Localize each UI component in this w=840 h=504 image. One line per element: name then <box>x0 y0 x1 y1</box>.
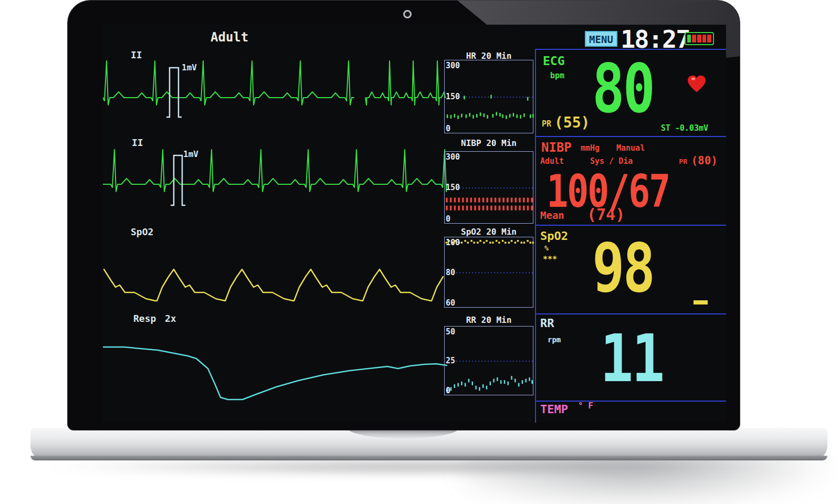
trend-mark <box>476 114 478 118</box>
panel-divider <box>535 225 726 226</box>
laptop-shadow <box>47 459 782 475</box>
ecg-top-lead-label: II <box>131 49 142 60</box>
trend-mark <box>492 242 494 244</box>
ecg-mid-lead-label: II <box>132 137 143 148</box>
trend-mark <box>508 242 510 244</box>
trend-mark <box>457 116 459 119</box>
trend-mark <box>523 113 525 117</box>
trend-mark <box>462 206 464 211</box>
battery-icon <box>685 32 714 45</box>
trend-mark <box>457 383 459 386</box>
trend-title-rr: RR 20 Min <box>423 315 554 325</box>
temp-panel-title: TEMP <box>540 403 568 416</box>
trend-axis-label: 60 <box>446 298 455 308</box>
ecg-pr-value: (55) <box>554 114 590 131</box>
trend-mark <box>493 379 495 382</box>
trend-mark <box>496 112 497 116</box>
trend-mark <box>464 96 465 99</box>
pleth-waveform <box>104 269 443 301</box>
trend-mark <box>527 198 529 203</box>
trend-mark <box>514 242 517 244</box>
trend-mark <box>483 242 485 244</box>
trend-mark <box>482 206 485 211</box>
trend-mark <box>478 198 480 203</box>
trend-mark <box>513 113 514 117</box>
trend-mark <box>507 206 509 211</box>
trend-mark <box>454 114 456 118</box>
trend-mark <box>450 206 452 211</box>
trend-mark <box>495 198 497 203</box>
trend-mark <box>530 114 531 118</box>
panel-divider <box>535 401 726 402</box>
trend-mark <box>461 382 463 385</box>
trend-mark <box>446 206 448 211</box>
trend-mark <box>450 115 452 119</box>
patient-mode-label: Adult <box>211 30 248 45</box>
ecg-pr-label: PR <box>542 119 551 129</box>
ecg-unit-label: bpm <box>550 71 564 80</box>
trend-mark <box>522 380 523 384</box>
trend-mark <box>502 198 505 203</box>
battery-bar <box>702 35 707 43</box>
trend-mark <box>529 377 530 381</box>
trend-mark <box>521 242 523 244</box>
resp-label: Resp <box>133 313 156 324</box>
spo2-value: 98 <box>592 235 654 302</box>
spo2-signal-indicator: *** <box>543 255 557 264</box>
trend-mark <box>474 198 476 203</box>
spo2-unit-label: % <box>544 244 549 252</box>
trend-mark <box>519 198 521 203</box>
trend-mark <box>486 198 488 203</box>
rr-unit-label: rpm <box>548 335 561 344</box>
trend-mark <box>458 198 460 203</box>
cal-pulse-top <box>166 68 182 117</box>
trend-mark <box>499 206 501 211</box>
trend-mark <box>530 242 532 244</box>
trend-axis-label: 50 <box>446 327 455 337</box>
trend-mark <box>531 198 533 203</box>
trend-mark <box>505 242 507 244</box>
trend-mark <box>478 206 480 211</box>
menu-button[interactable]: MENU <box>585 31 617 47</box>
trend-mark <box>468 379 470 382</box>
trend-mark <box>474 206 476 211</box>
trend-mark <box>464 240 466 242</box>
nibp-pr-value: (80) <box>691 154 718 167</box>
heart-icon <box>687 75 707 93</box>
trend-mark <box>496 240 498 242</box>
trend-mark <box>531 380 533 384</box>
trend-mark <box>511 198 513 203</box>
trend-mark <box>509 114 511 118</box>
trend-mark <box>475 386 477 390</box>
nibp-mean-label: Mean <box>540 209 564 221</box>
monitor-screen: Adult MENU 18:27 II 1mV II 1mV SpO2 Resp… <box>103 25 726 423</box>
trend-mark <box>518 383 520 386</box>
trend-mark <box>532 114 534 118</box>
trend-axis-label: 80 <box>446 268 455 277</box>
trend-mark <box>487 115 488 119</box>
trend-mark <box>511 240 513 242</box>
trend-mark <box>454 384 456 388</box>
trend-mark <box>482 384 484 388</box>
trend-mark <box>515 198 517 203</box>
resp-waveform <box>103 347 447 400</box>
trend-mark <box>486 386 488 390</box>
spo2-alarm-dash <box>694 300 708 304</box>
trend-mark <box>469 113 470 117</box>
trend-mark <box>467 242 469 244</box>
trend-mark <box>477 242 479 244</box>
trend-mark <box>502 114 503 118</box>
battery-bar <box>697 35 701 43</box>
resp-gain-label: 2x <box>165 313 176 324</box>
trend-axis-label: 150 <box>446 92 460 101</box>
trend-mark <box>472 115 474 119</box>
trend-mark <box>498 242 500 244</box>
trend-mark <box>504 380 506 384</box>
trend-mark <box>473 242 475 244</box>
trend-mark <box>497 377 498 381</box>
trend-mark <box>517 114 518 118</box>
trend-axis-label: 25 <box>446 356 455 365</box>
trend-mark <box>506 116 507 119</box>
trend-mark <box>486 206 488 211</box>
trend-axis-label: 0 <box>446 124 450 133</box>
